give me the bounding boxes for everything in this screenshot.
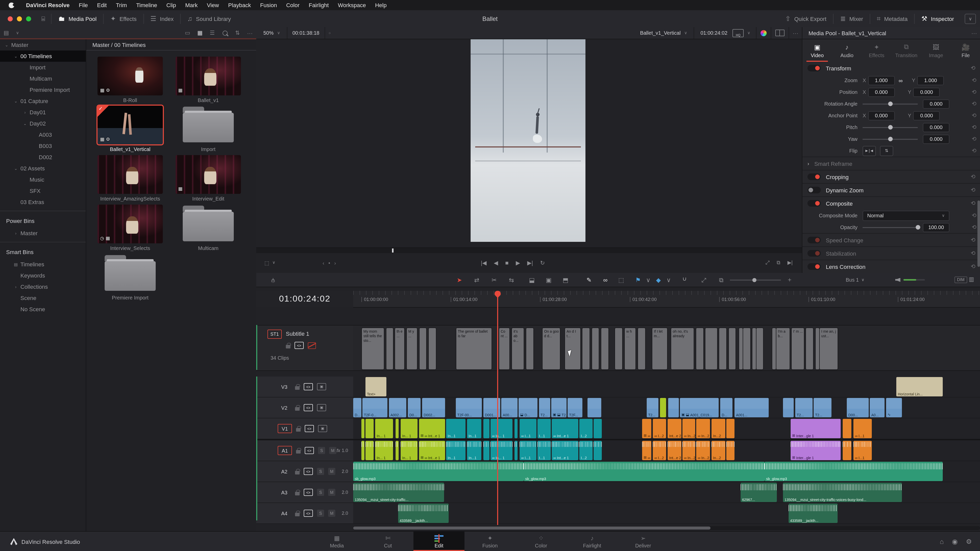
film-frame-icon[interactable]: ▣ [318,425,327,432]
subtitle-format-icon[interactable]: <> [294,342,304,349]
clip-v1[interactable]: ∞Int...e 1 [552,419,578,438]
auto-select-icon[interactable]: <> [305,447,314,454]
clip-v1[interactable]: ⊞∞ [642,419,651,438]
row-reset-icon[interactable]: ⟲ [972,89,977,95]
subtitle-clip[interactable]: An d I t... [565,327,581,370]
section-toggle[interactable] [808,263,821,270]
clip-v1[interactable] [593,419,602,438]
section-toggle[interactable] [808,250,821,257]
sidebar-item-day02[interactable]: ⌄Day02 [0,118,86,129]
track-id-a3[interactable]: A3 [278,488,291,496]
timeline-scrollbar[interactable] [353,526,980,530]
subtitle-clip[interactable] [805,327,814,370]
row-reset-icon[interactable]: ⟲ [972,212,977,219]
clip-a1[interactable] [484,441,490,460]
link-clips-icon[interactable]: ∞ [600,273,611,287]
clip-v1[interactable] [366,419,374,438]
sidebar-item-multicam[interactable]: Multicam [0,73,86,84]
strip-view-icon[interactable]: ▭ [185,30,190,36]
flag-icon[interactable]: ⚑ [632,273,644,287]
clip-v2[interactable]: ⬓D... [519,398,538,417]
subtitle-visibility-off-icon[interactable] [308,342,316,349]
clip-a1[interactable]: ∞In...2 [682,441,695,460]
clip-v2[interactable]: A0... [870,398,885,417]
subtitle-clip[interactable] [696,327,704,370]
section-toggle[interactable] [808,200,821,206]
subtitle-clip[interactable]: I'm a b... [776,327,790,370]
razor-icon[interactable]: ✂ [488,273,500,287]
subtitle-clip[interactable]: M y ... [406,327,417,370]
subtitle-clip[interactable]: Co nt ... [499,327,510,370]
auto-select-icon[interactable]: <> [304,383,313,390]
presentation-icon[interactable]: ⌸ [41,15,45,22]
y-value-field[interactable]: 0.000 [913,87,940,97]
timeline-selector[interactable]: Ballet_v1_Vertical [640,30,681,36]
clip-v1[interactable]: In...1 [467,419,481,438]
subtitle-track-name[interactable]: Subtitle 1 [286,330,309,337]
smart-bin-collections[interactable]: ›Collections [0,281,86,292]
lock-icon[interactable] [286,345,290,348]
subtitle-clip[interactable] [705,327,718,370]
row-reset-icon[interactable]: ⟲ [972,100,977,107]
slider-knob[interactable] [888,125,893,129]
clip-v2[interactable]: T2... [539,398,550,417]
clip-a1[interactable]: ∞Int...e 1 [552,441,578,460]
media-item-premiere-import[interactable]: Premiere Import [97,254,163,300]
sidebar-item-02-assets[interactable]: ⌄02 Assets [0,163,86,174]
clip-a1[interactable]: In...2 [711,441,725,460]
slider-track[interactable] [862,138,918,140]
menu-item-mark[interactable]: Mark [181,0,202,10]
sidebar-item-music[interactable]: Music [0,174,86,185]
zoom-plus-icon[interactable]: ＋ [784,273,795,287]
flag-chevron-icon[interactable]: ∨ [643,273,654,287]
media-item-ballet_v1[interactable]: ▦Ballet_v1 [176,57,241,103]
mute-button[interactable]: M [328,510,335,517]
tab-file[interactable]: 🎥File [951,39,980,62]
subtitle-clip[interactable]: On a goo d d... [542,327,560,370]
lock-icon[interactable] [295,492,300,495]
clip-v2[interactable]: T2F... [568,398,582,417]
scrollbar-thumb[interactable] [353,527,711,530]
lock-icon[interactable] [296,450,301,453]
slider-value-field[interactable]: 0.000 [923,123,950,132]
match-frame-icon[interactable]: ⧉ [776,260,780,266]
menu-item-color[interactable]: Color [282,0,304,10]
settings-gear-icon[interactable]: ⚙ [966,538,972,545]
chevron-down-icon[interactable]: ⌄ [13,99,18,103]
tab-transition[interactable]: ⧉Transition [891,39,921,62]
clip-a4[interactable]: 433589__jackth... [789,503,838,523]
viewer-jog-bar[interactable] [256,248,802,253]
clip-a1[interactable]: I...2 [579,441,593,460]
section-reset-icon[interactable]: ⟲ [971,65,975,71]
audio-bus-select[interactable]: Bus 1∨ [846,273,864,287]
media-item-interview_edit[interactable]: ▦Interview_Edit [176,155,241,202]
lock-icon[interactable] [295,386,300,389]
media-item-b-roll[interactable]: ▦⚙B-Roll [97,57,163,103]
tab-effects[interactable]: ✦Effects [862,39,891,62]
page-fairlight[interactable]: ♪Fairlight [566,532,617,551]
clip-a1[interactable]: ⊞∞Int...e 1 [419,441,445,460]
subtitle-clip[interactable] [638,327,646,370]
x-value-field[interactable]: 1.000 [868,76,894,85]
smart-bin-keywords[interactable]: Keywords [0,270,86,281]
smart-bin-no-scene[interactable]: No Scene [0,303,86,315]
flip-horizontal-button[interactable]: ►|◄ [862,146,876,156]
selection-tool-icon[interactable]: ➤ [454,273,465,287]
dual-viewer-icon[interactable] [775,30,784,36]
clip-a1[interactable]: ∞In... 1 [490,441,512,460]
clip-v1[interactable]: In... 1 [401,419,417,438]
clip-v1[interactable]: In...2 [711,419,725,438]
menu-item-playback[interactable]: Playback [224,0,256,10]
smart-bin-scene[interactable]: Scene [0,292,86,303]
track-id-v2[interactable]: V2 [278,403,291,412]
clip-a1[interactable]: ∞In...2 [696,441,710,460]
subtitle-clip[interactable]: it's ab o... [511,327,524,370]
clip-a1[interactable] [361,441,364,460]
grade-bypass-icon[interactable] [760,30,767,36]
slider-track[interactable] [862,227,918,228]
clip-a3[interactable]: 62967... [741,483,777,502]
clip-v1[interactable]: ∞In...2 [696,419,710,438]
more-options-icon[interactable]: ··· [247,30,253,36]
solo-button[interactable]: S [317,489,324,496]
viewer-zoom-level[interactable]: 50% [263,30,274,36]
